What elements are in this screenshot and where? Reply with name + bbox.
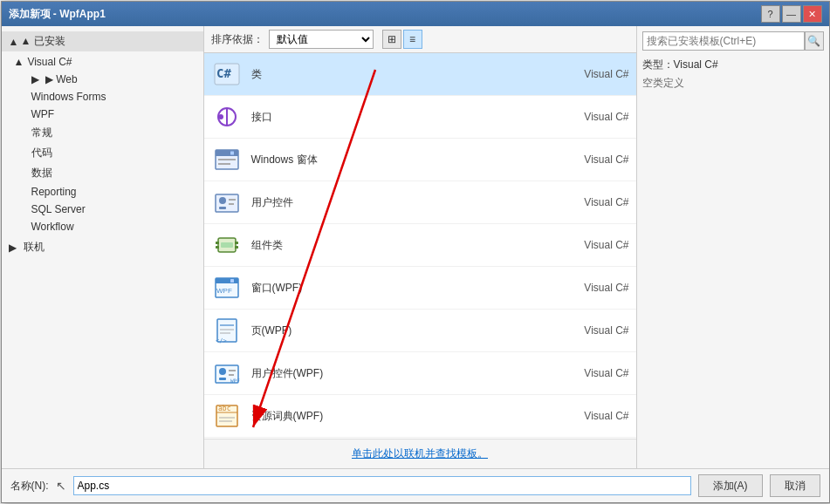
item-row-wpfpage[interactable]: </> 页(WPF) Visual C# bbox=[204, 310, 636, 352]
list-view-button[interactable]: ≡ bbox=[403, 30, 422, 49]
wpfwindow-icon: WPF bbox=[211, 272, 243, 303]
svg-rect-6 bbox=[216, 150, 238, 156]
general-label: 常规 bbox=[31, 126, 52, 139]
cursor-icon: ↖ bbox=[56, 479, 66, 493]
item-row-winform[interactable]: Windows 窗体 Visual C# bbox=[204, 139, 636, 181]
svg-rect-33 bbox=[229, 370, 236, 371]
online-label: 联机 bbox=[24, 240, 45, 255]
svg-point-4 bbox=[218, 114, 223, 119]
help-button[interactable]: ? bbox=[761, 5, 780, 23]
sidebar-item-windows-forms[interactable]: Windows Forms bbox=[2, 88, 203, 106]
svg-text:abc: abc bbox=[218, 405, 231, 412]
close-button[interactable]: ✕ bbox=[803, 5, 822, 23]
svg-text:WPF: WPF bbox=[216, 287, 232, 295]
item-name-wpfpage: 页(WPF) bbox=[251, 324, 559, 338]
main-content: ▲ ▲ 已安装 ▲ Visual C# ▶ ▶ Web Windows Form… bbox=[2, 26, 829, 468]
class-icon: C# bbox=[211, 58, 243, 90]
online-arrow: ▶ bbox=[9, 242, 17, 254]
item-type-wpfpage: Visual C# bbox=[559, 324, 629, 337]
svg-point-11 bbox=[219, 197, 226, 204]
sidebar-item-reporting[interactable]: Reporting bbox=[2, 183, 203, 201]
item-name-interface: 接口 bbox=[251, 110, 559, 125]
svg-rect-10 bbox=[216, 194, 238, 212]
svg-text:WPF: WPF bbox=[230, 378, 240, 384]
search-button[interactable]: 🔍 bbox=[805, 31, 824, 51]
item-name-usercontrol: 用户控件 bbox=[251, 195, 559, 210]
item-type-winform: Visual C# bbox=[559, 153, 629, 166]
sidebar-item-workflow[interactable]: Workflow bbox=[2, 218, 203, 235]
items-list: C# 类 Visual C# 接口 bbox=[204, 53, 636, 439]
dialog: 添加新项 - WpfApp1 ? — ✕ ▲ ▲ 已安装 ▲ Visual C#… bbox=[1, 1, 830, 503]
type-description: 空类定义 bbox=[642, 76, 824, 91]
item-type-interface: Visual C# bbox=[559, 111, 629, 123]
data-label: 数据 bbox=[31, 167, 52, 179]
sidebar-item-sql-server[interactable]: SQL Server bbox=[2, 201, 203, 218]
search-box: 🔍 bbox=[642, 31, 824, 51]
windows-forms-label: Windows Forms bbox=[31, 91, 106, 103]
svg-rect-9 bbox=[218, 163, 230, 165]
item-type-class: Visual C# bbox=[559, 68, 629, 80]
svg-rect-23 bbox=[230, 279, 234, 283]
svg-text:C#: C# bbox=[216, 66, 231, 80]
visualcsharp-header[interactable]: ▲ Visual C# bbox=[2, 53, 203, 71]
item-row-component[interactable]: 组件类 Visual C# bbox=[204, 224, 636, 267]
item-name-class: 类 bbox=[251, 67, 559, 82]
svg-rect-7 bbox=[230, 152, 234, 155]
svg-rect-16 bbox=[216, 242, 219, 244]
item-row-wpfwindow[interactable]: WPF 窗口(WPF) Visual C# bbox=[204, 267, 636, 310]
item-row-resdict[interactable]: abc 资源词典(WPF) Visual C# bbox=[204, 395, 636, 438]
installed-arrow: ▲ bbox=[9, 36, 19, 48]
item-name-resdict: 资源词典(WPF) bbox=[251, 409, 559, 424]
item-row-class[interactable]: C# 类 Visual C# bbox=[204, 53, 636, 96]
svg-rect-32 bbox=[219, 378, 226, 380]
toolbar-view-icons: ⊞ ≡ bbox=[382, 30, 422, 49]
center-panel: 排序依据： 默认值 ⊞ ≡ C# bbox=[204, 26, 637, 468]
svg-rect-34 bbox=[229, 374, 234, 376]
svg-rect-22 bbox=[216, 278, 238, 283]
sidebar-item-general[interactable]: 常规 bbox=[2, 123, 203, 143]
svg-rect-19 bbox=[235, 246, 238, 249]
sidebar-item-code[interactable]: 代码 bbox=[2, 143, 203, 163]
item-row-usercontrol[interactable]: 用户控件 Visual C# bbox=[204, 181, 636, 224]
svg-rect-14 bbox=[229, 203, 234, 205]
sidebar-item-data[interactable]: 数据 bbox=[2, 163, 203, 183]
sidebar-item-online[interactable]: ▶ 联机 bbox=[2, 237, 203, 257]
workflow-label: Workflow bbox=[31, 221, 74, 233]
sidebar-item-web[interactable]: ▶ ▶ Web bbox=[2, 71, 203, 88]
name-label: 名称(N): bbox=[10, 479, 49, 494]
item-row-wpfusercontrol[interactable]: WPF 用户控件(WPF) Visual C# bbox=[204, 352, 636, 395]
title-bar: 添加新项 - WpfApp1 ? — ✕ bbox=[2, 2, 829, 26]
search-input[interactable] bbox=[642, 31, 805, 51]
cancel-button[interactable]: 取消 bbox=[770, 474, 820, 497]
name-input[interactable] bbox=[73, 476, 691, 495]
type-label: 类型：Visual C# bbox=[642, 58, 824, 72]
find-templates-link-container: 单击此处以联机并查找模板。 bbox=[204, 439, 636, 468]
svg-rect-18 bbox=[235, 242, 238, 244]
dialog-title: 添加新项 - WpfApp1 bbox=[9, 7, 106, 22]
item-type-wpfwindow: Visual C# bbox=[559, 282, 629, 294]
bottom-bar: 名称(N): ↖ 添加(A) 取消 bbox=[2, 468, 829, 502]
reporting-label: Reporting bbox=[31, 186, 77, 198]
item-row-interface[interactable]: 接口 Visual C# bbox=[204, 96, 636, 139]
svg-rect-13 bbox=[229, 199, 236, 201]
sidebar-item-wpf[interactable]: WPF bbox=[2, 106, 203, 123]
grid-view-button[interactable]: ⊞ bbox=[382, 30, 401, 49]
visualcsharp-arrow: ▲ bbox=[14, 56, 24, 68]
add-button[interactable]: 添加(A) bbox=[698, 474, 763, 497]
item-type-wpfusercontrol: Visual C# bbox=[559, 367, 629, 379]
minimize-button[interactable]: — bbox=[782, 5, 801, 23]
find-templates-link[interactable]: 单击此处以联机并查找模板。 bbox=[352, 447, 488, 460]
item-name-wpfusercontrol: 用户控件(WPF) bbox=[251, 366, 559, 381]
right-panel: 🔍 类型：Visual C# 空类定义 bbox=[637, 26, 829, 468]
winform-icon bbox=[211, 144, 243, 175]
sort-select[interactable]: 默认值 bbox=[269, 30, 374, 49]
installed-section-header[interactable]: ▲ ▲ 已安装 bbox=[2, 31, 203, 51]
title-bar-buttons: ? — ✕ bbox=[761, 5, 822, 23]
svg-point-31 bbox=[219, 368, 226, 375]
wpf-label: WPF bbox=[31, 108, 55, 120]
svg-rect-20 bbox=[221, 242, 233, 248]
sort-label: 排序依据： bbox=[211, 32, 264, 47]
wpfusercontrol-icon: WPF bbox=[211, 358, 243, 389]
svg-rect-17 bbox=[216, 246, 219, 249]
wpfpage-icon: </> bbox=[211, 315, 243, 346]
